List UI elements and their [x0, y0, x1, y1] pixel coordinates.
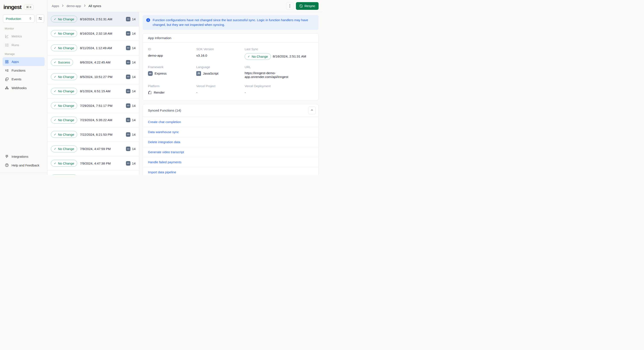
kebab-icon	[290, 4, 290, 7]
sidebar-item-label: Webhooks	[12, 86, 27, 90]
breadcrumb: Apps demo-app All syncs	[52, 4, 101, 8]
field-label: Language	[196, 65, 244, 69]
code-icon: <>	[126, 132, 130, 137]
sidebar-item-functions[interactable]: Functions	[2, 66, 45, 75]
synced-functions-card: Synced Functions (14) Create chat comple…	[142, 104, 318, 175]
sync-timestamp: 8/16/2024, 2:32:18 AM	[80, 32, 112, 35]
sync-status-badge: ✓ No Change	[51, 30, 77, 37]
help-question-icon	[5, 163, 9, 167]
sync-list-item[interactable]: ✓ No Change 8/1/2024, 6:51:15 AM <> 14	[48, 84, 139, 99]
sidebar-item-label: Events	[12, 77, 22, 81]
resync-button[interactable]: Resync	[296, 2, 318, 10]
app-information-card: App Information ID demo-app SDK Version	[142, 33, 318, 101]
app-info-field: Vercel Deployment -	[244, 84, 313, 95]
function-count: 14	[132, 17, 136, 21]
sync-detail-panel: Function configurations have not changed…	[139, 12, 322, 175]
app-root: inngest ⌘ K Production Monitor	[0, 0, 322, 175]
sync-list-item[interactable]: ✓ No Change 8/5/2024, 10:51:27 PM <> 14	[48, 70, 139, 84]
check-icon: ✓	[54, 90, 56, 92]
app-information-title: App Information	[148, 36, 171, 40]
app-info-field: URL https://inngest-demo-app.onrender.co…	[244, 65, 313, 79]
field-label: SDK Version	[196, 47, 244, 51]
function-link[interactable]: Delete integration data	[148, 140, 180, 144]
sync-list-item[interactable]: ✓ No Change 8/11/2024, 1:12:49 AM <> 14	[48, 41, 139, 55]
function-link[interactable]: Import data pipeline	[148, 170, 176, 174]
app-info-field: Vercel Project -	[196, 84, 244, 95]
breadcrumb-apps[interactable]: Apps	[52, 4, 59, 8]
sync-list-item[interactable]: ✓ No Change 7/9/2024, 4:47:59 PM <> 14	[48, 142, 139, 156]
synced-function-row: Create chat completion	[143, 117, 318, 127]
code-icon: <>	[126, 60, 130, 64]
collapse-button[interactable]	[308, 107, 316, 114]
app-info-field: Language JS JavaScript	[196, 65, 244, 79]
sidebar-item-apps[interactable]: Apps	[2, 57, 45, 66]
function-link[interactable]: Data warehouse sync	[148, 130, 179, 134]
sync-status-badge: ✓ No Change	[51, 73, 77, 80]
environment-settings-button[interactable]	[36, 14, 44, 23]
functions-icon	[5, 68, 9, 73]
code-icon: <>	[126, 118, 130, 122]
sync-status-label: No Change	[58, 104, 74, 107]
inngest-logo: inngest	[4, 4, 22, 10]
field-label: Vercel Project	[196, 84, 244, 88]
sync-list-item[interactable]: ✓ No Change 8/16/2024, 2:51:31 AM <> 14	[48, 12, 139, 26]
info-banner: Function configurations have not changed…	[142, 15, 318, 30]
check-icon: ✓	[54, 133, 56, 136]
field-value: demo-app	[148, 54, 163, 57]
sidebar-item-label: Integrations	[12, 155, 28, 158]
field-label: URL	[244, 65, 313, 69]
chevron-up-down-icon	[29, 17, 32, 21]
sidebar-item-help[interactable]: Help and Feedback	[2, 161, 45, 170]
check-icon: ✓	[54, 119, 56, 121]
field-label: Platform	[148, 84, 196, 88]
function-count: 14	[132, 104, 136, 107]
sync-status-badge: ✓ No Change	[51, 88, 77, 95]
synced-function-row: Delete integration data	[143, 137, 318, 147]
more-options-button[interactable]	[286, 2, 294, 10]
synced-function-row: Handle failed payments	[143, 157, 318, 167]
sync-list-item[interactable]: ✓ No Change 7/23/2024, 5:35:22 AM <> 14	[48, 113, 139, 128]
function-count: 14	[132, 60, 136, 64]
sync-status-badge: ✓ No Change	[51, 117, 77, 123]
sync-list-item[interactable]: ✓ No Change 8/16/2024, 2:32:18 AM <> 14	[48, 26, 139, 41]
sidebar-item-integrations[interactable]: Integrations	[2, 152, 45, 161]
check-icon: ✓	[54, 61, 56, 64]
sync-timestamp: 8/1/2024, 6:51:15 AM	[80, 89, 110, 93]
sidebar-item-metrics[interactable]: Metrics	[2, 32, 45, 41]
field-value: https://inngest-demo-app.onrender.com/ap…	[244, 71, 313, 79]
sync-status-badge: ✓ No Change	[51, 102, 77, 109]
field-value: Render	[154, 91, 165, 94]
sync-status-badge: ✓ No Change	[51, 44, 77, 51]
breadcrumb-demo-app[interactable]: demo-app	[66, 4, 81, 8]
environment-select[interactable]: Production	[3, 14, 34, 23]
sync-list-item[interactable]: ✓ No Change 7/9/2024, 4:09:07 PM <> 14	[48, 171, 139, 175]
check-icon: ✓	[54, 162, 56, 165]
sync-list-item[interactable]: ✓ No Change 7/9/2024, 4:47:38 PM <> 14	[48, 156, 139, 171]
sync-status-label: No Change	[58, 32, 74, 35]
code-icon: <>	[126, 89, 130, 93]
function-count: 14	[132, 46, 136, 50]
sync-list-item[interactable]: ✓ No Change 7/22/2024, 6:21:53 PM <> 14	[48, 127, 139, 142]
user-menu[interactable]: IN Inngest Demo John Doe	[0, 173, 47, 175]
command-palette-shortcut[interactable]: ⌘ K	[24, 5, 34, 9]
sidebar-item-runs[interactable]: Runs	[2, 41, 45, 49]
events-windows-icon	[5, 77, 9, 81]
sync-status-label: No Change	[58, 147, 74, 151]
plug-icon	[5, 154, 9, 159]
chevron-right-icon	[61, 4, 64, 8]
function-link[interactable]: Create chat completion	[148, 120, 181, 124]
function-count: 14	[132, 32, 136, 35]
sync-list-item[interactable]: ✓ No Change 7/29/2024, 7:51:17 PM <> 14	[48, 98, 139, 113]
synced-functions-list: Create chat completion Data warehouse sy…	[143, 117, 318, 175]
field-value: v3.16.0	[196, 54, 207, 57]
sync-list-item[interactable]: ✓ Success 8/6/2024, 4:22:45 AM <> 14	[48, 55, 139, 70]
sync-icon	[299, 4, 303, 8]
sidebar-item-events[interactable]: Events	[2, 75, 45, 83]
function-link[interactable]: Generate video transcript	[148, 150, 184, 154]
function-link[interactable]: Handle failed payments	[148, 160, 182, 164]
sidebar-item-webhooks[interactable]: Webhooks	[2, 83, 45, 92]
breadcrumb-all-syncs: All syncs	[88, 4, 101, 8]
sidebar-item-label: Runs	[12, 43, 19, 47]
field-label: ID	[148, 47, 196, 51]
code-icon: <>	[126, 46, 130, 50]
